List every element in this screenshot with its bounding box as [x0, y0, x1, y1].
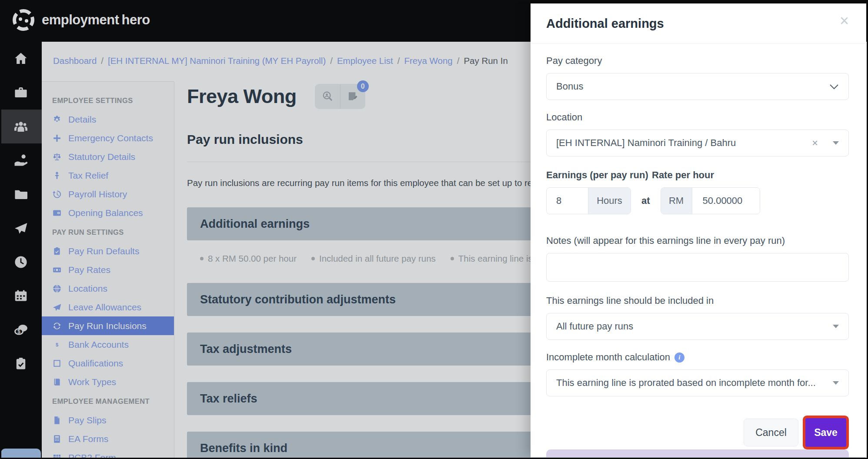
- caret-down-icon: [833, 381, 839, 385]
- app-root: employmenthero $ Dashboard/[EH INTERNAL …: [0, 0, 868, 459]
- additional-earnings-panel: Additional earnings × Pay category Bonus…: [531, 3, 866, 457]
- cancel-button[interactable]: Cancel: [744, 419, 798, 446]
- location-value: [EH INTERNAL] Naminori Training / Bahru: [556, 137, 812, 149]
- pay-category-select[interactable]: Bonus: [546, 73, 849, 100]
- clear-selection-icon[interactable]: ×: [812, 137, 818, 149]
- modal-footer: Cancel Save: [546, 418, 849, 447]
- info-icon[interactable]: i: [674, 353, 684, 363]
- location-label: Location: [546, 112, 849, 123]
- included-in-label: This earnings line should be included in: [546, 295, 849, 306]
- modal-title: Additional earnings: [546, 17, 849, 31]
- pay-category-label: Pay category: [546, 55, 849, 67]
- rate-input-group: RM: [661, 187, 760, 214]
- earnings-label: Earnings (per pay run): [546, 170, 652, 181]
- bottom-banner: [546, 449, 849, 457]
- rate-label: Rate per hour: [652, 170, 714, 181]
- included-in-value: All future pay runs: [556, 321, 833, 332]
- close-icon[interactable]: ×: [840, 13, 849, 29]
- rate-input[interactable]: [692, 188, 760, 214]
- earnings-rate-labels: Earnings (per pay run) Rate per hour: [546, 170, 849, 181]
- at-label: at: [641, 195, 650, 206]
- incomplete-month-value: This earning line is prorated based on i…: [556, 377, 833, 389]
- notes-label: Notes (will appear for this earnings lin…: [546, 235, 849, 246]
- caret-down-icon: [833, 141, 839, 145]
- incomplete-month-select[interactable]: This earning line is prorated based on i…: [546, 369, 849, 396]
- incomplete-month-label: Incomplete month calculation i: [546, 352, 849, 363]
- notes-textarea[interactable]: [546, 253, 849, 282]
- modal-header: Additional earnings ×: [546, 3, 849, 31]
- earnings-rate-row: Hours at RM: [546, 187, 849, 214]
- pay-category-value: Bonus: [556, 81, 829, 92]
- included-in-select[interactable]: All future pay runs: [546, 313, 849, 340]
- earnings-input-group: Hours: [546, 187, 631, 214]
- chevron-down-icon: [829, 84, 839, 90]
- caret-down-icon: [833, 325, 839, 328]
- earnings-unit-addon: Hours: [588, 188, 631, 214]
- modal-backdrop[interactable]: [0, 0, 531, 459]
- save-button[interactable]: Save: [805, 418, 846, 447]
- currency-addon: RM: [661, 188, 692, 214]
- earnings-units-input[interactable]: [547, 188, 588, 214]
- modal-header-divider: [531, 43, 866, 43]
- location-select[interactable]: [EH INTERNAL] Naminori Training / Bahru …: [546, 130, 849, 156]
